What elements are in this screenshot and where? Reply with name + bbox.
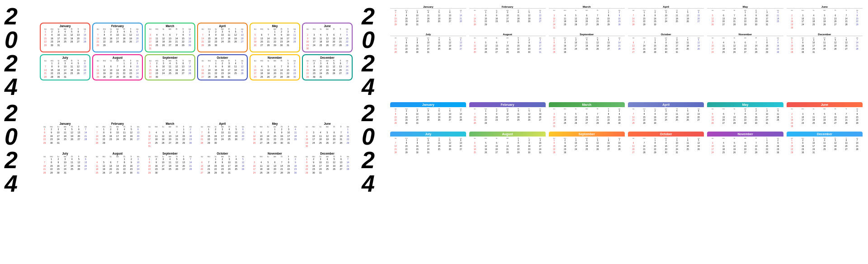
month-box-gradient-august: Augustsumotuwethfrsa12345678910111213141… — [468, 131, 546, 156]
calendar-gradient: 2024 Januarysumotuwethfrsa12345678910111… — [362, 101, 863, 195]
month-box-minimal-july: Julysumotuwethfrsa1234567891011121314151… — [389, 32, 467, 55]
month-box-august: Augustsumotuwethfrsa12345678910111213141… — [92, 54, 143, 81]
year-label-3: 2024 — [362, 5, 387, 99]
month-box-gradient-january: Januarysumotuwethfrsa1234567891011121314… — [389, 101, 467, 129]
month-box-gradient-october: Octobersumotuwethfrsa1234567891011121314… — [627, 131, 705, 156]
calendar-minimal: 2024 Januarysumotuwethfrsa12345678910111… — [362, 5, 863, 99]
month-box-plain-october: Octobersumotuwethfrsa1234567891011121314… — [197, 151, 248, 176]
months-grid-colored: Januarysumotuwethfrsa1234567891011121314… — [40, 23, 353, 81]
month-box-plain-november: Novembersumotuwethfrsa123456789101112131… — [250, 151, 300, 176]
month-box-gradient-may: Maysumotuwethfrsa12345678910111213141516… — [706, 101, 784, 129]
month-box-minimal-november: Novembersumotuwethfrsa123456789101112131… — [706, 32, 784, 55]
month-box-minimal-april: Aprilsumotuwethfrsa123456789101112131415… — [627, 5, 705, 31]
month-box-plain-august: Augustsumotuwethfrsa12345678910111213141… — [92, 151, 143, 176]
month-box-minimal-december: Decembersumotuwethfrsa123456789101112131… — [786, 32, 863, 55]
month-box-october: Octobersumotuwethfrsa1234567891011121314… — [197, 54, 248, 81]
month-box-gradient-september: Septembersumotuwethfrsa12345678910111213… — [548, 131, 626, 156]
month-box-june: Junesumotuwethfrsa1234567891011121314151… — [302, 23, 353, 52]
month-box-february: Februarysumotuwethfrsa123456789101112131… — [92, 23, 143, 52]
month-box-plain-july: Julysumotuwethfrsa1234567891011121314151… — [40, 151, 90, 176]
month-box-april: Aprilsumotuwethfrsa123456789101112131415… — [197, 23, 248, 52]
month-box-september: Septembersumotuwethfrsa12345678910111213… — [145, 54, 195, 81]
calendar-colored-border: 2024 Januarysumotuwethfrsa12345678910111… — [5, 5, 353, 99]
month-box-january: Januarysumotuwethfrsa1234567891011121314… — [40, 23, 90, 52]
month-box-december: Decembersumotuwethfrsa123456789101112131… — [302, 54, 353, 81]
month-box-plain-april: Aprilsumotuwethfrsa123456789101112131415… — [197, 121, 248, 149]
months-grid-minimal: Januarysumotuwethfrsa1234567891011121314… — [389, 5, 863, 55]
month-box-plain-february: Februarysumotuwethfrsa123456789101112131… — [92, 121, 143, 149]
month-box-plain-march: Marchsumotuwethfrsa123456789101112131415… — [145, 121, 195, 149]
month-box-plain-january: Januarysumotuwethfrsa1234567891011121314… — [40, 121, 90, 149]
month-box-minimal-october: Octobersumotuwethfrsa1234567891011121314… — [627, 32, 705, 55]
month-box-november: Novembersumotuwethfrsa123456789101112131… — [250, 54, 300, 81]
year-label-1: 2024 — [5, 5, 36, 99]
month-box-gradient-july: Julysumotuwethfrsa1234567891011121314151… — [389, 131, 467, 156]
months-grid-plain: Januarysumotuwethfrsa1234567891011121314… — [40, 121, 353, 176]
left-half: 2024 Januarysumotuwethfrsa12345678910111… — [0, 0, 357, 264]
month-box-may: Maysumotuwethfrsa12345678910111213141516… — [250, 23, 300, 52]
month-box-minimal-february: Februarysumotuwethfrsa123456789101112131… — [468, 5, 546, 31]
month-box-minimal-september: Septembersumotuwethfrsa12345678910111213… — [548, 32, 626, 55]
right-half: 2024 Januarysumotuwethfrsa12345678910111… — [357, 0, 868, 264]
month-box-plain-september: Septembersumotuwethfrsa12345678910111213… — [145, 151, 195, 176]
month-box-minimal-august: Augustsumotuwethfrsa12345678910111213141… — [468, 32, 546, 55]
month-box-gradient-november: Novembersumotuwethfrsa123456789101112131… — [706, 131, 784, 156]
month-box-minimal-june: Junesumotuwethfrsa1234567891011121314151… — [786, 5, 863, 31]
month-box-gradient-june: Junesumotuwethfrsa1234567891011121314151… — [786, 101, 863, 129]
month-box-minimal-january: Januarysumotuwethfrsa1234567891011121314… — [389, 5, 467, 31]
month-box-gradient-march: Marchsumotuwethfrsa123456789101112131415… — [548, 101, 626, 129]
month-box-gradient-february: Februarysumotuwethfrsa123456789101112131… — [468, 101, 546, 129]
year-label-2: 2024 — [5, 101, 36, 195]
month-box-minimal-march: Marchsumotuwethfrsa123456789101112131415… — [548, 5, 626, 31]
month-box-plain-june: Junesumotuwethfrsa1234567891011121314151… — [302, 121, 353, 149]
month-box-gradient-december: Decembersumotuwethfrsa123456789101112131… — [786, 131, 863, 156]
month-box-plain-december: Decembersumotuwethfrsa123456789101112131… — [302, 151, 353, 176]
month-box-july: Julysumotuwethfrsa1234567891011121314151… — [40, 54, 90, 81]
month-box-gradient-april: Aprilsumotuwethfrsa123456789101112131415… — [627, 101, 705, 129]
year-label-4: 2024 — [362, 101, 387, 195]
calendar-plain: 2024 Januarysumotuwethfrsa12345678910111… — [5, 101, 353, 195]
month-box-march: Marchsumotuwethfrsa123456789101112131415… — [145, 23, 195, 52]
month-box-minimal-may: Maysumotuwethfrsa12345678910111213141516… — [706, 5, 784, 31]
months-grid-gradient: Januarysumotuwethfrsa1234567891011121314… — [389, 101, 863, 155]
month-box-plain-may: Maysumotuwethfrsa12345678910111213141516… — [250, 121, 300, 149]
